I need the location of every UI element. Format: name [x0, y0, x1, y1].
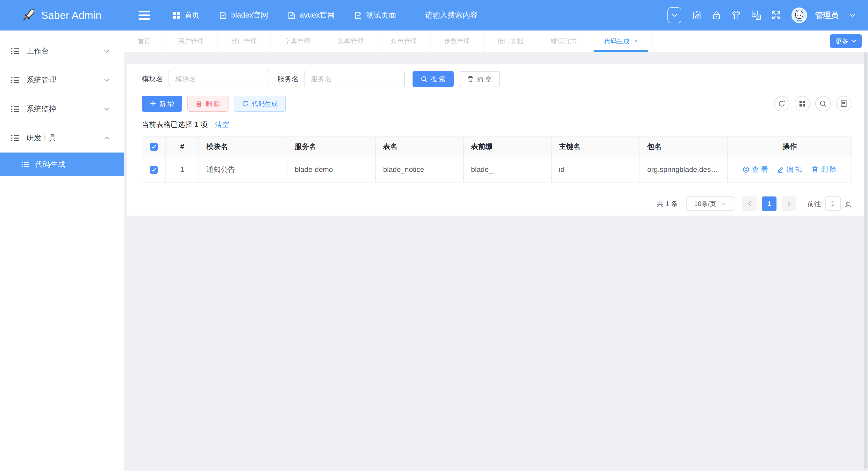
- next-page-button[interactable]: [782, 196, 796, 211]
- tab-api-docs[interactable]: 接口文档: [484, 31, 537, 52]
- top-actions: 中 A: [668, 7, 856, 23]
- page-size-select[interactable]: 10条/页: [686, 196, 734, 211]
- selection-count: 1: [194, 121, 198, 129]
- tab-home[interactable]: 首页: [124, 31, 164, 52]
- refresh-button[interactable]: [774, 96, 789, 112]
- debug-notepad-icon[interactable]: [692, 10, 702, 20]
- tab-menu-management[interactable]: 菜单管理: [324, 31, 377, 52]
- row-select-cell: [142, 157, 166, 182]
- column-header-service: 服务名: [287, 136, 376, 157]
- view-link[interactable]: 查 看: [743, 165, 768, 174]
- grid-icon: [799, 100, 806, 107]
- chevron-down-icon: [104, 78, 110, 82]
- delete-button[interactable]: 删 除: [187, 96, 228, 112]
- prev-page-button[interactable]: [742, 196, 757, 211]
- tab-param-management[interactable]: 参数管理: [431, 31, 484, 52]
- page-unit-label: 页: [845, 199, 851, 208]
- sidebar-item-system-management[interactable]: 系统管理: [0, 66, 124, 95]
- select-all-cell: [142, 136, 166, 157]
- selection-clear-link[interactable]: 清空: [215, 120, 229, 129]
- tab-dictionary-management[interactable]: 字典管理: [271, 31, 324, 52]
- tab-code-generation[interactable]: 代码生成 ×: [590, 31, 652, 52]
- cell-index: 1: [166, 157, 199, 182]
- tab-role-management[interactable]: 角色管理: [377, 31, 431, 52]
- document-icon: [354, 11, 362, 20]
- lock-icon[interactable]: [712, 10, 721, 20]
- data-view-button[interactable]: [836, 96, 851, 112]
- theme-shirt-icon[interactable]: [732, 11, 741, 20]
- trash-icon: [812, 166, 818, 173]
- chevron-up-icon: [104, 136, 110, 140]
- chevron-right-icon: [787, 201, 791, 207]
- table-toolbar: 新 增 删 除 代码生成: [142, 96, 851, 112]
- add-button[interactable]: 新 增: [142, 96, 182, 112]
- chevron-down-icon: [104, 107, 110, 111]
- sidebar-item-dev-tools[interactable]: 研发工具: [0, 124, 124, 153]
- language-icon[interactable]: 中 A: [752, 10, 761, 20]
- pagination: 共 1 条 10条/页 1: [142, 196, 851, 211]
- table-row: 1 通知公告 blade-demo blade_notice blade_ id…: [142, 157, 852, 182]
- vertical-scrollbar[interactable]: [864, 52, 867, 469]
- tabs-more-button[interactable]: 更多: [830, 34, 862, 48]
- svg-text:A: A: [757, 15, 760, 20]
- refresh-icon: [242, 100, 249, 107]
- goto-page-input[interactable]: [825, 196, 841, 211]
- top-search-input[interactable]: 请输入搜索内容: [425, 10, 478, 21]
- selection-unit: 项: [200, 120, 208, 129]
- search-icon: [421, 76, 428, 83]
- column-header-table: 表名: [376, 136, 463, 157]
- menu-collapse-button[interactable]: [138, 11, 150, 20]
- list-icon: [11, 76, 20, 85]
- topnav-item-bladex-site[interactable]: bladex官网: [219, 10, 268, 21]
- search-toggle-button[interactable]: [815, 96, 831, 112]
- sidebar-item-label: 工作台: [26, 46, 49, 56]
- app-logo[interactable]: Saber Admin: [0, 0, 124, 31]
- topnav-item-test-page[interactable]: 测试页面: [354, 10, 396, 21]
- delete-link[interactable]: 删 除: [812, 165, 837, 174]
- topnav-item-home[interactable]: 首页: [173, 10, 199, 21]
- tab-department-management[interactable]: 部门管理: [218, 31, 271, 52]
- column-header-prefix: 表前缀: [463, 136, 551, 157]
- tab-error-log[interactable]: 错误日志: [537, 31, 590, 52]
- cell-table-name: blade_notice: [376, 157, 463, 182]
- current-page-button[interactable]: 1: [762, 196, 776, 211]
- select-all-checkbox[interactable]: [150, 143, 158, 151]
- service-name-label: 服务名: [277, 74, 299, 84]
- chevron-down-icon: [672, 13, 677, 17]
- cell-prefix: blade_: [463, 157, 551, 182]
- sword-logo-icon: [23, 8, 36, 22]
- panel-toggle-button[interactable]: [668, 7, 681, 23]
- top-bar: Saber Admin 首页: [0, 0, 868, 31]
- view-icon: [743, 166, 749, 173]
- column-settings-button[interactable]: [795, 96, 810, 112]
- trash-icon: [467, 75, 474, 83]
- clear-button[interactable]: 清 空: [459, 71, 500, 87]
- content-area: 模块名 服务名 搜 索: [124, 52, 868, 471]
- user-avatar[interactable]: [792, 7, 807, 23]
- sidebar-item-system-monitor[interactable]: 系统监控: [0, 95, 124, 124]
- module-name-input[interactable]: [168, 71, 269, 87]
- service-name-input[interactable]: [304, 71, 405, 87]
- chevron-down-icon: [104, 50, 110, 53]
- edit-link[interactable]: 编 辑: [777, 165, 802, 174]
- sidebar-subitem-code-generation[interactable]: 代码生成: [0, 153, 124, 176]
- code-generate-button[interactable]: 代码生成: [234, 96, 286, 112]
- topnav-item-avuex-site[interactable]: avuex官网: [288, 10, 335, 21]
- tab-close-icon[interactable]: ×: [634, 37, 638, 45]
- user-name[interactable]: 管理员: [815, 10, 839, 21]
- user-menu-chevron-icon[interactable]: [849, 13, 856, 17]
- topnav-label: 测试页面: [366, 10, 396, 21]
- document-lines-icon: [840, 100, 847, 107]
- sidebar-item-workbench[interactable]: 工作台: [0, 37, 124, 66]
- column-header-index: #: [166, 136, 199, 157]
- tab-bar: 首页 用户管理 部门管理 字典管理 菜单管理 角色管理 参数管理 接口文档 错误…: [124, 31, 868, 52]
- list-icon: [11, 134, 20, 143]
- cell-package: org.springblade.desk...: [640, 157, 727, 182]
- total-count: 共 1 条: [657, 199, 678, 208]
- topnav-label: bladex官网: [231, 10, 268, 21]
- row-checkbox[interactable]: [150, 166, 158, 174]
- tab-user-management[interactable]: 用户管理: [164, 31, 218, 52]
- search-button[interactable]: 搜 索: [412, 71, 454, 87]
- filter-form: 模块名 服务名 搜 索: [142, 71, 851, 87]
- fullscreen-icon[interactable]: [772, 11, 781, 20]
